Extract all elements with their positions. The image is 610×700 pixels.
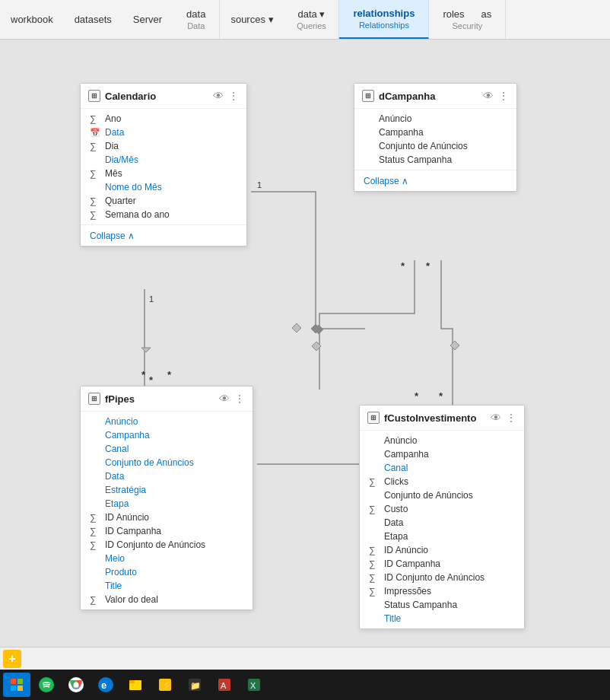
sigma-icon: ∑: [90, 209, 100, 220]
fpipes-more-icon[interactable]: ⋮: [234, 393, 245, 405]
field-idcampanha-fc: ∑ ID Campanha: [360, 557, 524, 571]
field-dia: ∑ Dia: [81, 139, 246, 153]
svg-text:⚡: ⚡: [161, 679, 173, 691]
field-conjuntoanuncios-dc: ∑ Conjunto de Anúncios: [354, 139, 516, 153]
field-impressoes-fc: ∑ Impressões: [360, 584, 524, 598]
field-semana-label: Semana do ano: [105, 209, 170, 220]
nav-security-sublabel: Security: [452, 21, 482, 30]
taskbar-app3[interactable]: A: [211, 673, 238, 697]
sigma-icon: ∑: [369, 586, 380, 597]
field-diames: ∑ Dia/Mês: [81, 153, 246, 167]
dcampanha-more-icon[interactable]: ⋮: [498, 90, 509, 102]
taskbar-edge[interactable]: e: [92, 673, 119, 697]
svg-text:*: *: [149, 374, 154, 386]
sigma-icon: ∑: [90, 512, 100, 523]
start-button[interactable]: [3, 673, 30, 697]
calendario-more-icon[interactable]: ⋮: [228, 90, 239, 102]
field-campanha-dc: ∑ Campanha: [354, 126, 516, 139]
svg-rect-17: [11, 679, 16, 684]
sigma-icon: ∑: [90, 526, 100, 536]
field-idcampanha-fp: ∑ ID Campanha: [81, 524, 253, 538]
nav-as[interactable]: as: [474, 8, 500, 20]
calendario-body: ∑ Ano 📅 Data ∑ Dia ∑ Dia/Mês ∑ Mês ∑ Nom…: [81, 109, 246, 224]
spotify-icon: [39, 677, 54, 692]
calendario-collapse[interactable]: Collapse ∧: [90, 231, 135, 241]
sigma-icon: ∑: [369, 504, 380, 514]
sheet-add-button[interactable]: +: [3, 650, 21, 668]
field-anuncio-dc-label: Anúncio: [379, 113, 411, 124]
field-etapa-fp: ∑ Etapa: [81, 497, 253, 511]
sigma-icon: ∑: [90, 539, 100, 550]
field-title-fp: ∑ Title: [81, 579, 253, 593]
field-idconjunto-fp-label: ID Conjunto de Anúncios: [105, 539, 205, 550]
dcampanha-title-text: dCampanha: [379, 91, 435, 102]
field-nomemes-label: Nome do Mês: [105, 182, 162, 192]
svg-text:e: e: [101, 679, 106, 691]
nav-data-sublabel: Data: [187, 21, 205, 30]
nav-roles[interactable]: roles: [435, 8, 472, 20]
calendario-eye-icon[interactable]: 👁: [213, 90, 224, 102]
sheet-add-icon: +: [8, 652, 15, 666]
nav-datasets-label: datasets: [75, 14, 112, 25]
svg-marker-3: [311, 324, 320, 333]
nav-workbook-label: workbook: [11, 14, 53, 25]
nav-server[interactable]: Server: [122, 0, 173, 39]
nav-workbook[interactable]: workbook: [0, 0, 64, 39]
calendar-icon: 📅: [90, 128, 100, 138]
field-estrategia-fp-label: Estratégia: [105, 485, 146, 495]
taskbar-chrome[interactable]: [62, 673, 90, 697]
dcampanha-title: ⊞ dCampanha: [362, 90, 435, 102]
explorer-icon: [128, 677, 143, 692]
fpipes-body: ∑ Anúncio ∑ Campanha ∑ Canal ∑ Conjunto …: [81, 412, 253, 609]
field-ano: ∑ Ano: [81, 112, 246, 126]
fcusto-more-icon[interactable]: ⋮: [506, 412, 516, 424]
calendario-footer: Collapse ∧: [81, 224, 246, 246]
nav-data-queries[interactable]: data ▾: [291, 8, 333, 20]
calendario-actions[interactable]: 👁 ⋮: [213, 90, 239, 102]
field-custo-fc-label: Custo: [384, 504, 408, 514]
calendario-icon: ⊞: [88, 90, 100, 102]
fpipes-title: ⊞ fPipes: [88, 393, 135, 405]
field-data: 📅 Data: [81, 126, 246, 139]
nav-sources[interactable]: sources ▾: [220, 0, 284, 39]
svg-text:X: X: [250, 681, 256, 690]
nav-relationships[interactable]: relationships: [345, 8, 422, 19]
svg-rect-18: [17, 679, 23, 684]
field-idconjunto-fp: ∑ ID Conjunto de Anúncios: [81, 538, 253, 552]
dcampanha-icon: ⊞: [362, 90, 374, 102]
nav-queries-sublabel: Queries: [297, 21, 326, 30]
field-campanha-fp-label: Campanha: [105, 430, 150, 441]
field-idcampanha-fp-label: ID Campanha: [105, 526, 161, 536]
field-meio-fp-label: Meio: [105, 553, 125, 564]
taskbar-app2[interactable]: 📁: [181, 673, 208, 697]
taskbar-spotify[interactable]: [33, 673, 60, 697]
field-statuscampanha-dc-label: Status Campanha: [379, 154, 452, 165]
svg-text:*: *: [167, 369, 172, 380]
sigma-icon: ∑: [369, 545, 380, 555]
fcusto-actions[interactable]: 👁 ⋮: [491, 412, 516, 424]
fcusto-eye-icon[interactable]: 👁: [491, 412, 501, 424]
taskbar-app4[interactable]: X: [240, 673, 268, 697]
field-idanuncio-fp: ∑ ID Anúncio: [81, 511, 253, 524]
field-data-fc-label: Data: [384, 517, 403, 528]
nav-datasets[interactable]: datasets: [64, 0, 122, 39]
fpipes-actions[interactable]: 👁 ⋮: [219, 393, 245, 405]
fcusto-icon: ⊞: [367, 412, 380, 424]
taskbar-explorer[interactable]: [122, 673, 149, 697]
nav-data[interactable]: data: [179, 8, 213, 20]
dcampanha-header: ⊞ dCampanha 👁 ⋮: [354, 84, 516, 109]
dcampanha-actions[interactable]: 👁 ⋮: [483, 90, 509, 102]
field-valordeal-fp: ∑ Valor do deal: [81, 593, 253, 606]
field-idconjunto-fc-label: ID Conjunto de Anúncios: [384, 572, 485, 583]
sigma-icon: ∑: [369, 572, 380, 583]
table-calendario: ⊞ Calendario 👁 ⋮ ∑ Ano 📅 Data ∑ Dia ∑: [80, 83, 247, 247]
field-title-fc: ∑ Title: [360, 612, 524, 625]
field-campanha-fp: ∑ Campanha: [81, 428, 253, 442]
taskbar-app1[interactable]: ⚡: [151, 673, 179, 697]
field-canal-fc-label: Canal: [384, 463, 408, 473]
svg-text:1: 1: [257, 180, 262, 189]
dcampanha-collapse[interactable]: Collapse ∧: [364, 176, 408, 186]
dcampanha-eye-icon[interactable]: 👁: [483, 90, 494, 102]
edge-icon: e: [98, 677, 113, 692]
fpipes-eye-icon[interactable]: 👁: [219, 393, 230, 405]
